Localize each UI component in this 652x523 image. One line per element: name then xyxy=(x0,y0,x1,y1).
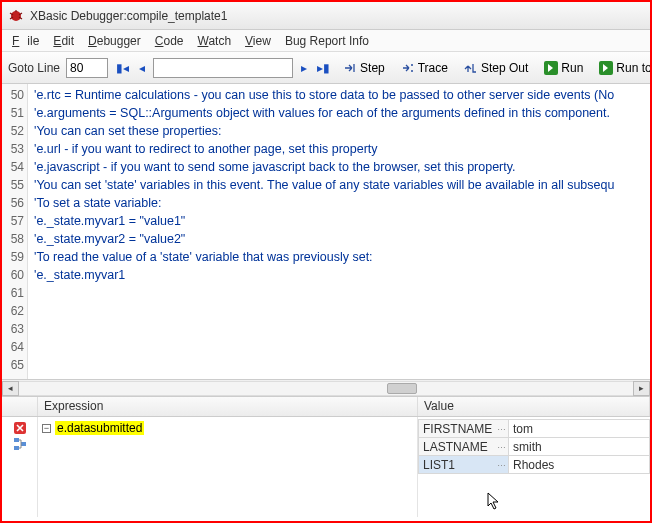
toolbar: Goto Line ▮◂ ◂ ▸ ▸▮ Step Trace Step Out … xyxy=(2,52,650,84)
tree-icon[interactable] xyxy=(13,437,27,451)
code-line[interactable]: 'To set a state variable: xyxy=(34,194,646,212)
step-icon xyxy=(343,61,357,75)
table-row[interactable]: FIRSTNAME…tom xyxy=(419,420,650,438)
step-button[interactable]: Step xyxy=(338,58,390,78)
window-title: XBasic Debugger:compile_template1 xyxy=(30,9,227,23)
watch-icon-column xyxy=(2,417,38,517)
goto-line-input[interactable] xyxy=(66,58,108,78)
scroll-track[interactable] xyxy=(19,381,633,396)
scroll-left-icon[interactable]: ◂ xyxy=(2,381,19,396)
line-gutter: 50515253545556575859606162636465 xyxy=(2,84,28,379)
value-key[interactable]: LIST1… xyxy=(419,456,509,474)
scroll-right-icon[interactable]: ▸ xyxy=(633,381,650,396)
menu-bar: File Edit Debugger Code Watch View Bug R… xyxy=(2,30,650,52)
line-number: 52 xyxy=(2,122,24,140)
bug-icon xyxy=(8,8,24,24)
code-line[interactable]: 'e.javascript - if you want to send some… xyxy=(34,158,646,176)
svg-rect-2 xyxy=(14,438,19,442)
ellipsis-icon[interactable]: … xyxy=(497,440,506,450)
value-table: FIRSTNAME…tomLASTNAME…smithLIST1…Rhodes xyxy=(418,419,650,474)
code-editor[interactable]: 50515253545556575859606162636465 'e.rtc … xyxy=(2,84,650,380)
menu-file[interactable]: File xyxy=(8,32,43,50)
collapse-icon[interactable]: − xyxy=(42,424,51,433)
value-key[interactable]: LASTNAME… xyxy=(419,438,509,456)
run-icon xyxy=(544,61,558,75)
menu-watch[interactable]: Watch xyxy=(193,32,235,50)
run-button[interactable]: Run xyxy=(539,58,588,78)
goto-line-label: Goto Line xyxy=(8,61,60,75)
watch-col-icons xyxy=(2,397,38,416)
code-line[interactable]: 'You can can set these properties: xyxy=(34,122,646,140)
stepout-button[interactable]: Step Out xyxy=(459,58,533,78)
h-scrollbar[interactable]: ◂ ▸ xyxy=(2,380,650,397)
code-line[interactable]: 'e.url - if you want to redirect to anot… xyxy=(34,140,646,158)
value-cell[interactable]: smith xyxy=(509,438,650,456)
line-number: 51 xyxy=(2,104,24,122)
nav-next-icon[interactable]: ▸ xyxy=(299,61,309,75)
line-number: 53 xyxy=(2,140,24,158)
trace-button[interactable]: Trace xyxy=(396,58,453,78)
watch-header: Expression Value xyxy=(2,397,650,417)
runto-icon xyxy=(599,61,613,75)
watch-expression-area[interactable]: − e.datasubmitted xyxy=(38,417,418,517)
code-lines[interactable]: 'e.rtc = Runtime calculations - you can … xyxy=(28,84,650,379)
line-number: 62 xyxy=(2,302,24,320)
watch-col-value[interactable]: Value xyxy=(418,397,650,416)
line-number: 63 xyxy=(2,320,24,338)
title-bar: XBasic Debugger:compile_template1 xyxy=(2,2,650,30)
line-number: 58 xyxy=(2,230,24,248)
line-number: 55 xyxy=(2,176,24,194)
table-row[interactable]: LASTNAME…smith xyxy=(419,438,650,456)
nav-search-input[interactable] xyxy=(153,58,293,78)
code-line[interactable]: 'e._state.myvar1 = "value1" xyxy=(34,212,646,230)
menu-debugger[interactable]: Debugger xyxy=(84,32,145,50)
runto-button[interactable]: Run to xyxy=(594,58,652,78)
menu-edit[interactable]: Edit xyxy=(49,32,78,50)
table-row[interactable]: LIST1…Rhodes xyxy=(419,456,650,474)
ellipsis-icon[interactable]: … xyxy=(497,458,506,468)
stepout-icon xyxy=(464,61,478,75)
watch-expression-value[interactable]: e.datasubmitted xyxy=(55,421,144,435)
value-cell[interactable]: Rhodes xyxy=(509,456,650,474)
value-key[interactable]: FIRSTNAME… xyxy=(419,420,509,438)
ellipsis-icon[interactable]: … xyxy=(497,422,506,432)
trace-icon xyxy=(401,61,415,75)
line-number: 56 xyxy=(2,194,24,212)
line-number: 57 xyxy=(2,212,24,230)
nav-last-icon[interactable]: ▸▮ xyxy=(315,61,332,75)
svg-rect-4 xyxy=(14,446,19,450)
line-number: 54 xyxy=(2,158,24,176)
watch-panel: Expression Value − e.datasubmitted FIRST… xyxy=(2,397,650,517)
code-line[interactable]: 'You can set 'state' variables in this e… xyxy=(34,176,646,194)
menu-bugreport[interactable]: Bug Report Info xyxy=(281,32,373,50)
nav-prev-icon[interactable]: ◂ xyxy=(137,61,147,75)
value-cell[interactable]: tom xyxy=(509,420,650,438)
menu-view[interactable]: View xyxy=(241,32,275,50)
line-number: 64 xyxy=(2,338,24,356)
menu-code[interactable]: Code xyxy=(151,32,188,50)
watch-col-expression[interactable]: Expression xyxy=(38,397,418,416)
svg-rect-3 xyxy=(21,442,26,446)
svg-point-0 xyxy=(11,11,21,21)
nav-first-icon[interactable]: ▮◂ xyxy=(114,61,131,75)
code-line[interactable]: 'e._state.myvar1 xyxy=(34,266,646,284)
watch-expression-row[interactable]: − e.datasubmitted xyxy=(42,419,413,437)
scroll-thumb[interactable] xyxy=(387,383,417,394)
line-number: 61 xyxy=(2,284,24,302)
code-line[interactable]: 'e.rtc = Runtime calculations - you can … xyxy=(34,86,646,104)
line-number: 59 xyxy=(2,248,24,266)
code-line[interactable]: 'To read the value of a 'state' variable… xyxy=(34,248,646,266)
code-line[interactable]: 'e._state.myvar2 = "value2" xyxy=(34,230,646,248)
line-number: 65 xyxy=(2,356,24,374)
delete-watch-icon[interactable] xyxy=(13,421,27,435)
line-number: 60 xyxy=(2,266,24,284)
line-number: 50 xyxy=(2,86,24,104)
code-line[interactable]: 'e.arguments = SQL::Arguments object wit… xyxy=(34,104,646,122)
watch-values-area: FIRSTNAME…tomLASTNAME…smithLIST1…Rhodes xyxy=(418,417,650,517)
